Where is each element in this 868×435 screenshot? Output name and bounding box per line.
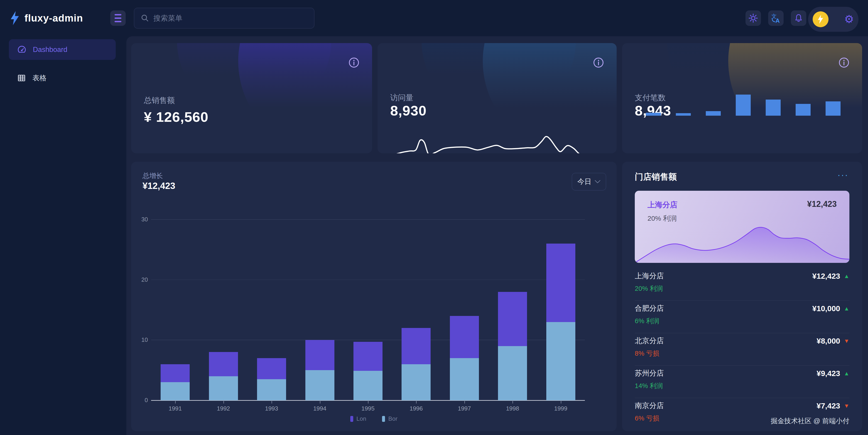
chart-legend: LonBor — [131, 415, 617, 422]
x-axis-label: 1992 — [210, 405, 237, 412]
svg-text:A: A — [775, 17, 780, 24]
store-row-top: 南京分店¥7,423▼ — [635, 398, 849, 411]
avatar[interactable] — [813, 11, 829, 27]
store-name: 合肥分店 — [635, 304, 664, 313]
store-value-wrap: ¥10,000▲ — [812, 304, 849, 313]
payments-mini-bar-chart — [646, 93, 841, 116]
visits-card: 访问量 8,930 日访问量 9,431 — [377, 43, 617, 153]
sidebar-item-label: 表格 — [32, 73, 46, 83]
store-value: ¥12,423 — [812, 272, 840, 281]
sidebar-item-table[interactable]: 表格 — [9, 69, 116, 87]
card-value: 8,930 — [390, 102, 427, 119]
stacked-bar — [209, 352, 238, 400]
store-area-chart — [635, 222, 849, 263]
x-axis-label: 1998 — [499, 405, 526, 412]
week-compare-label: 周同比 — [144, 152, 165, 153]
chevron-down-icon — [595, 180, 600, 184]
store-sales-panel: 门店销售额 ··· 上海分店 ¥12,423 20% 利润 — [622, 162, 862, 431]
store-highlight-card[interactable]: 上海分店 ¥12,423 20% 利润 — [635, 191, 849, 263]
search-bar — [134, 8, 314, 29]
store-row[interactable]: 上海分店¥12,423▲20% 利润 — [635, 268, 849, 301]
bar-segment-lon — [209, 352, 238, 376]
lightning-logo-icon — [9, 11, 21, 25]
card-title: 总销售额 — [144, 95, 175, 106]
payments-card: 支付笔数 8,943 转化率 2,421 — [622, 43, 862, 153]
x-axis-tick — [464, 400, 465, 403]
x-axis-tick — [513, 400, 513, 403]
x-axis-tick — [223, 400, 224, 403]
sidebar-item-dashboard[interactable]: Dashboard — [9, 39, 116, 60]
mini-bar — [676, 113, 691, 116]
card-value: ¥ 126,560 — [144, 109, 209, 125]
stacked-bar — [305, 340, 334, 400]
stacked-bar — [450, 316, 479, 400]
info-icon[interactable] — [348, 57, 360, 69]
store-percent: 8% 亏损 — [635, 349, 849, 358]
bar-segment-lon — [546, 244, 575, 322]
store-value-wrap: ¥7,423▼ — [816, 401, 849, 410]
trend-down-icon: ▼ — [844, 403, 849, 409]
store-row[interactable]: 北京分店¥8,000▼8% 亏损 — [635, 333, 849, 366]
stacked-bar — [498, 292, 527, 400]
store-value: ¥7,423 — [816, 401, 840, 410]
legend-item[interactable]: Bor — [382, 415, 397, 422]
store-value-wrap: ¥9,423▲ — [816, 369, 849, 378]
app-logo: fluxy-admin — [9, 9, 83, 27]
trend-up-icon: ▲ — [844, 305, 849, 312]
avatar-lightning-icon — [817, 15, 824, 24]
date-range-value: 今日 — [578, 177, 591, 186]
translate-icon: 文 A — [770, 13, 781, 24]
bar-segment-bor — [353, 371, 382, 400]
y-axis-label: 10 — [135, 336, 148, 343]
stacked-bar — [402, 328, 431, 400]
highlight-store-percent: 20% 利润 — [648, 214, 677, 223]
y-axis-label: 30 — [135, 216, 148, 223]
gear-icon[interactable]: ⚙ — [844, 14, 854, 25]
x-axis-tick — [561, 400, 561, 403]
info-icon[interactable] — [838, 57, 850, 69]
trend-down-icon: ▼ — [844, 338, 849, 344]
store-row-top: 合肥分店¥10,000▲ — [635, 301, 849, 313]
trend-up-icon: ▲ — [844, 273, 849, 279]
search-icon — [141, 14, 149, 23]
mini-bar — [766, 99, 781, 116]
highlight-store-name: 上海分店 — [648, 200, 677, 210]
x-axis-label: 1993 — [258, 405, 285, 412]
mini-bar — [706, 111, 721, 116]
sidebar-collapse-button[interactable] — [110, 10, 126, 26]
x-axis-label: 1997 — [451, 405, 478, 412]
store-percent: 14% 利润 — [635, 381, 849, 391]
search-input[interactable] — [153, 14, 308, 23]
notifications-button[interactable] — [791, 10, 806, 26]
legend-swatch — [350, 416, 353, 422]
bar-segment-bor — [402, 364, 431, 400]
bar-segment-bor — [498, 346, 527, 400]
week-compare-value: 12% — [169, 153, 183, 153]
more-menu-icon[interactable]: ··· — [837, 170, 848, 180]
bar-segment-lon — [305, 340, 334, 370]
date-range-select[interactable]: 今日 — [572, 173, 606, 190]
store-list: 上海分店¥12,423▲20% 利润合肥分店¥10,000▲6% 利润北京分店¥… — [635, 268, 849, 431]
sidebar-item-label: Dashboard — [33, 45, 67, 54]
store-row[interactable]: 苏州分店¥9,423▲14% 利润 — [635, 366, 849, 398]
store-row[interactable]: 合肥分店¥10,000▲6% 利润 — [635, 301, 849, 333]
community-footer-text: 掘金技术社区 @ 前端小付 — [771, 416, 849, 426]
x-axis-label: 1991 — [161, 405, 189, 412]
language-switch-button[interactable]: 文 A — [768, 10, 784, 26]
legend-item[interactable]: Lon — [350, 415, 366, 422]
info-icon[interactable] — [593, 57, 604, 69]
x-axis-tick — [416, 400, 416, 403]
legend-label: Lon — [356, 415, 366, 422]
bar-segment-bor — [257, 379, 286, 400]
x-axis-label: 1994 — [306, 405, 334, 412]
growth-amount: ¥12,423 — [143, 181, 175, 191]
growth-stacked-bar-chart: 0102030199119921993199419951996199719981… — [151, 220, 585, 400]
panel-title: 门店销售额 — [635, 171, 677, 183]
mini-bar — [736, 95, 751, 116]
x-axis-label: 1995 — [354, 405, 381, 412]
y-axis-label: 20 — [135, 276, 148, 283]
gridline — [151, 219, 585, 220]
mini-bar — [796, 104, 811, 116]
store-name: 上海分店 — [635, 271, 664, 281]
theme-toggle-button[interactable] — [745, 10, 761, 26]
